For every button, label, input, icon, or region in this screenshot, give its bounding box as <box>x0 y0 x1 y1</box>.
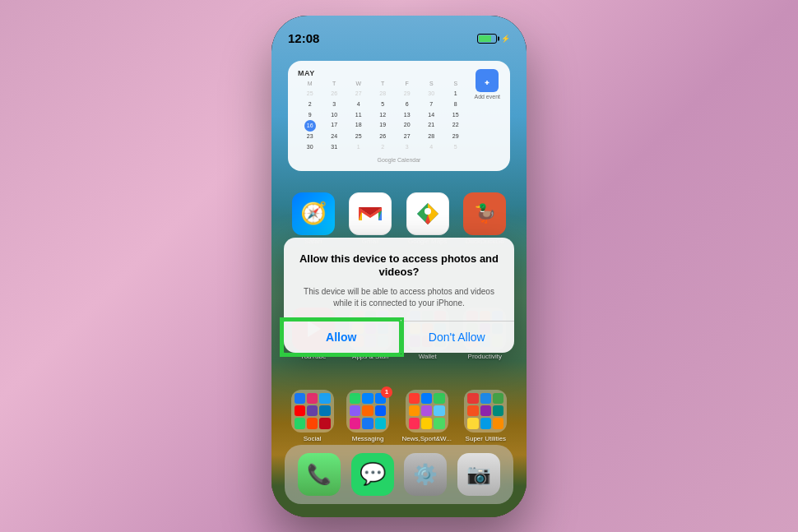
battery-fill <box>479 35 491 42</box>
app-label-apps-stuff: Apps & Stuff <box>352 353 388 360</box>
phone-screen: 12:08 ⚡ MAY M T W T F S <box>271 16 527 517</box>
app-label-super-utilities: Super Utilities <box>466 435 506 442</box>
cal-cell: 27 <box>346 89 371 99</box>
day-label-w: W <box>346 81 371 86</box>
app-messaging[interactable]: 1 Messaging <box>346 390 389 442</box>
cal-cell: 28 <box>419 132 443 142</box>
calendar-month: MAY <box>298 69 467 77</box>
cal-cell: 3 <box>395 142 420 153</box>
dialog-buttons: Allow Don't Allow <box>284 321 514 353</box>
svg-rect-1 <box>481 76 493 80</box>
cal-cell: 17 <box>322 120 346 132</box>
cal-cell: 26 <box>370 132 394 142</box>
battery-icon <box>477 34 497 44</box>
app-super-utilities[interactable]: Super Utilities <box>464 390 507 442</box>
cal-cell: 12 <box>370 109 394 120</box>
cal-cell: 8 <box>443 99 467 109</box>
cal-cell: 30 <box>298 142 322 153</box>
cal-cell: 7 <box>419 99 443 109</box>
cal-cell: 14 <box>419 109 443 120</box>
cal-cell: 28 <box>370 89 394 99</box>
cal-cell: 5 <box>443 142 467 153</box>
cal-cell: 9 <box>298 109 322 120</box>
app-label-youtube: YouTube <box>300 353 326 360</box>
bolt-icon: ⚡ <box>501 35 510 43</box>
cal-cell: 2 <box>370 142 394 153</box>
app-label-news: News,Sport&W... <box>401 435 451 442</box>
app-social[interactable]: Social <box>291 390 334 442</box>
cal-cell: 1 <box>443 89 467 99</box>
day-label-s2: S <box>443 81 467 86</box>
cal-cell: 22 <box>443 120 467 132</box>
cal-cell: 3 <box>322 99 346 109</box>
calendar-days-header: M T W T F S S <box>298 81 467 86</box>
add-event-label: Add event <box>474 94 500 99</box>
allow-button[interactable]: Allow <box>284 322 400 353</box>
cal-cell: 21 <box>419 120 443 132</box>
apps-row-1: 🧭 Safari <box>271 192 527 245</box>
status-bar: 12:08 ⚡ <box>271 16 527 52</box>
add-event-icon <box>476 69 499 92</box>
apps-row-3: Social 1 Me <box>271 390 527 442</box>
day-label-f: F <box>395 81 420 86</box>
dialog-title: Allow this device to access photos and v… <box>297 252 501 280</box>
cal-cell: 29 <box>395 89 420 99</box>
cal-cell: 2 <box>298 99 322 109</box>
cal-cell: 13 <box>395 109 420 120</box>
dock-whatsapp[interactable]: 💬 <box>351 453 394 496</box>
cal-cell: 25 <box>298 89 322 99</box>
svg-point-5 <box>425 208 431 215</box>
status-icons: ⚡ <box>477 34 510 44</box>
status-time: 12:08 <box>288 31 319 45</box>
cal-cell: 5 <box>370 99 394 109</box>
calendar-grid: 25 26 27 28 29 30 1 2 3 4 5 6 7 <box>298 89 467 153</box>
calendar-add-button[interactable]: Add event <box>474 69 500 99</box>
dock-settings[interactable]: ⚙️ <box>404 453 447 496</box>
dock: 📞 💬 ⚙️ 📷 <box>285 445 513 504</box>
cal-cell: 4 <box>419 142 443 153</box>
cal-cell: 26 <box>322 89 346 99</box>
app-safari[interactable]: 🧭 Safari <box>292 192 335 245</box>
cal-cell: 31 <box>322 142 346 153</box>
app-gmail[interactable]: Gmail <box>349 192 392 245</box>
cal-cell: 6 <box>395 99 420 109</box>
app-label-wallet: Wallet <box>419 353 437 360</box>
cal-cell: 25 <box>346 132 371 142</box>
cal-cell: 18 <box>346 120 371 132</box>
cal-cell: 23 <box>298 132 322 142</box>
cal-cell: 19 <box>370 120 394 132</box>
cal-cell: 20 <box>395 120 420 132</box>
app-label-productivity: Productivity <box>468 353 502 360</box>
day-label-s: S <box>419 81 443 86</box>
cal-cell: 24 <box>322 132 346 142</box>
phone-container: 12:08 ⚡ MAY M T W T F S <box>271 16 527 517</box>
cal-cell: 30 <box>419 89 443 99</box>
app-gmaps[interactable]: Google Maps <box>406 192 449 245</box>
cal-cell: 4 <box>346 99 371 109</box>
app-duckduckgo[interactable]: 🦆 DuckDuckGo <box>463 192 506 245</box>
day-label-t2: T <box>370 81 394 86</box>
dialog-message: This device will be able to access photo… <box>297 286 501 309</box>
cal-cell: 29 <box>443 132 467 142</box>
google-calendar-label: Google Calendar <box>298 157 500 163</box>
cal-cell: 27 <box>395 132 420 142</box>
cal-cell: 15 <box>443 109 467 120</box>
dock-phone[interactable]: 📞 <box>298 453 341 496</box>
cal-cell: 10 <box>322 109 346 120</box>
permission-dialog: Allow this device to access photos and v… <box>284 238 514 354</box>
cal-cell: 1 <box>346 142 371 153</box>
dock-camera[interactable]: 📷 <box>457 453 500 496</box>
calendar-widget: MAY M T W T F S S 25 26 27 <box>288 61 510 172</box>
dont-allow-button[interactable]: Don't Allow <box>400 322 515 353</box>
day-label-m: M <box>298 81 322 86</box>
app-news[interactable]: News,Sport&W... <box>401 390 451 442</box>
cal-cell: 11 <box>346 109 371 120</box>
day-label-t: T <box>322 81 346 86</box>
app-label-messaging: Messaging <box>352 435 384 442</box>
cal-cell-today: 16 <box>304 120 316 132</box>
calendar-header: MAY M T W T F S S 25 26 27 <box>298 69 500 153</box>
app-label-social: Social <box>304 435 322 442</box>
